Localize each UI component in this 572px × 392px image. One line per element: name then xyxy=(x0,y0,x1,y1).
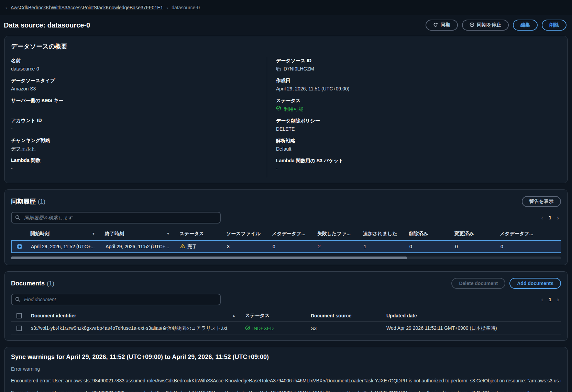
stop-sync-button-label: 同期を停止 xyxy=(477,22,501,28)
sync-history-pagination: ‹ 1 › xyxy=(541,215,561,221)
column-header-added: 追加されました xyxy=(360,231,405,237)
search-icon xyxy=(15,297,20,303)
cell-document-status: INDEXED xyxy=(242,325,307,331)
cell-start-time: April 29, 2026, 11:52 (UTC+... xyxy=(28,244,102,249)
field-label: 名前 xyxy=(11,57,258,64)
pagination-page-1[interactable]: 1 xyxy=(549,215,551,220)
sync-history-table: 開始時刻▼ 終了時刻▼ ステータス ソースファイル メタデータフ... 失敗した… xyxy=(11,228,561,253)
field-value: DELETE xyxy=(276,126,561,132)
sync-warnings-panel: Sync warnings for April 29, 2026, 11:52 … xyxy=(4,347,568,392)
field-datasource-type: データソースタイプ Amazon S3 xyxy=(11,77,258,92)
cell-updated-date: Wed Apr 29 2026 11:52:11 GMT+0900 (日本標準時… xyxy=(383,325,526,331)
cell-failed-files: 2 xyxy=(315,244,360,249)
documents-count: (1) xyxy=(47,280,54,287)
pagination-next-icon[interactable]: › xyxy=(557,296,559,303)
row-checkbox[interactable] xyxy=(16,326,22,331)
add-documents-button[interactable]: Add documents xyxy=(509,278,561,289)
sync-button[interactable]: 同期 xyxy=(426,20,458,31)
column-header-start-time[interactable]: 開始時刻▼ xyxy=(27,231,101,237)
select-all-checkbox[interactable] xyxy=(16,313,22,318)
field-value: Default xyxy=(276,146,561,152)
field-value: - xyxy=(11,106,258,112)
copy-icon[interactable] xyxy=(276,67,281,72)
pagination-prev-icon[interactable]: ‹ xyxy=(541,296,543,303)
field-data-deletion-policy: データ削除ポリシー DELETE xyxy=(276,118,561,132)
field-value: - xyxy=(11,165,258,172)
add-documents-button-label: Add documents xyxy=(517,281,553,286)
field-name: 名前 datasource-0 xyxy=(11,57,258,72)
field-value: Amazon S3 xyxy=(11,86,258,92)
cell-status: 完了 xyxy=(177,243,223,250)
show-warnings-button-label: 警告を表示 xyxy=(529,198,553,205)
error-warning-label: Error warning xyxy=(11,366,561,372)
sync-history-panel: 同期履歴(1) 警告を表示 ‹ 1 › 開始時刻▼ 終了時刻▼ ステータス xyxy=(4,189,568,265)
cell-document-source: S3 xyxy=(307,326,383,331)
documents-table: Document identifier▲ ステータス Document sour… xyxy=(11,309,561,335)
breadcrumb-chevron-icon: › xyxy=(6,5,7,11)
sync-history-search-input[interactable] xyxy=(11,212,221,224)
field-value: datasource-0 xyxy=(11,66,258,72)
edit-button-label: 編集 xyxy=(520,22,530,28)
delete-button[interactable]: 削除 xyxy=(542,20,566,31)
sync-history-header-row: 開始時刻▼ 終了時刻▼ ステータス ソースファイル メタデータフ... 失敗した… xyxy=(11,228,561,240)
column-header-source-files: ソースファイル xyxy=(223,231,268,237)
sync-history-row[interactable]: April 29, 2026, 11:52 (UTC+... April 29,… xyxy=(11,240,561,253)
datasource-id-value: D7NI0LHGZM xyxy=(284,66,314,72)
cell-metadata-updated: 0 xyxy=(497,244,561,249)
radio-selected[interactable] xyxy=(17,244,22,249)
sync-history-count: (1) xyxy=(38,198,45,205)
field-label: 作成日 xyxy=(276,77,561,84)
column-header-document-identifier[interactable]: Document identifier▲ xyxy=(28,313,242,318)
overview-left-column: 名前 datasource-0 データソースタイプ Amazon S3 サーバー… xyxy=(11,57,267,177)
stop-sync-button[interactable]: 同期を停止 xyxy=(462,20,509,31)
datasource-overview-panel: データソースの概要 名前 datasource-0 データソースタイプ Amaz… xyxy=(4,36,568,183)
sync-history-search xyxy=(11,212,221,224)
page-header: Data source: datasource-0 同期 同期を停止 編集 削除 xyxy=(0,15,572,36)
field-kms-key: サーバー側の KMS キー - xyxy=(11,97,258,112)
field-chunking-strategy: チャンキング戦略 デフォルト xyxy=(11,137,258,152)
breadcrumb: › AwsCdkBedrockKbWithS3AccessPointStackK… xyxy=(0,0,572,15)
check-circle-icon xyxy=(245,325,250,331)
cell-source-files: 3 xyxy=(223,244,269,249)
pagination-page-1[interactable]: 1 xyxy=(549,297,551,302)
error-message: Encountered error: User: arn:aws:sts::98… xyxy=(11,390,561,392)
documents-panel: Documents(1) Delete document Add documen… xyxy=(4,271,568,341)
pagination-next-icon[interactable]: › xyxy=(557,215,559,221)
pagination-prev-icon[interactable]: ‹ xyxy=(541,215,543,221)
field-parsing-strategy: 解析戦略 Default xyxy=(276,138,561,152)
sort-desc-icon: ▼ xyxy=(92,232,98,236)
field-value: April 29, 2026, 11:51 (UTC+09:00) xyxy=(276,86,561,92)
field-status: ステータス 利用可能 xyxy=(276,97,561,112)
cell-added: 1 xyxy=(360,244,406,249)
field-created-date: 作成日 April 29, 2026, 11:51 (UTC+09:00) xyxy=(276,77,561,92)
field-account-id: アカウント ID - xyxy=(11,117,258,132)
show-warnings-button[interactable]: 警告を表示 xyxy=(522,196,561,207)
sync-history-title: 同期履歴(1) xyxy=(11,197,45,206)
column-header-deleted: 削除済み xyxy=(405,231,451,237)
column-header-document-source: Document source xyxy=(307,313,383,318)
breadcrumb-link-knowledge-base[interactable]: AwsCdkBedrockKbWithS3AccessPointStackKno… xyxy=(11,5,163,10)
document-row[interactable]: s3://vol1-ybt4k1rzrw9nzk8gxwrbp4as4o7d4u… xyxy=(11,322,561,335)
field-label: チャンキング戦略 xyxy=(11,137,258,144)
check-circle-icon xyxy=(276,106,281,112)
column-header-metadata-files: メタデータフ... xyxy=(268,231,314,237)
field-label: Lambda 関数 xyxy=(11,157,258,164)
field-label: サーバー側の KMS キー xyxy=(11,97,258,104)
delete-button-label: 削除 xyxy=(549,22,559,28)
documents-search-input[interactable] xyxy=(11,294,221,305)
stop-circle-icon xyxy=(470,22,474,28)
chunking-strategy-link[interactable]: デフォルト xyxy=(11,146,36,151)
column-header-updated-date: Updated date xyxy=(383,313,526,318)
overview-title: データソースの概要 xyxy=(11,42,561,51)
column-header-metadata-updated: メタデータフ... xyxy=(496,231,561,237)
edit-button[interactable]: 編集 xyxy=(513,20,538,31)
documents-title: Documents(1) xyxy=(11,280,54,287)
horizontal-scrollbar[interactable] xyxy=(11,257,407,259)
documents-search xyxy=(11,294,221,305)
column-header-end-time[interactable]: 終了時刻▼ xyxy=(101,231,176,237)
sort-desc-icon: ▼ xyxy=(166,232,173,236)
delete-document-button[interactable]: Delete document xyxy=(451,278,505,289)
overview-grid: 名前 datasource-0 データソースタイプ Amazon S3 サーバー… xyxy=(11,57,561,177)
field-value: - xyxy=(11,126,258,132)
field-lambda-function: Lambda 関数 - xyxy=(11,157,258,172)
